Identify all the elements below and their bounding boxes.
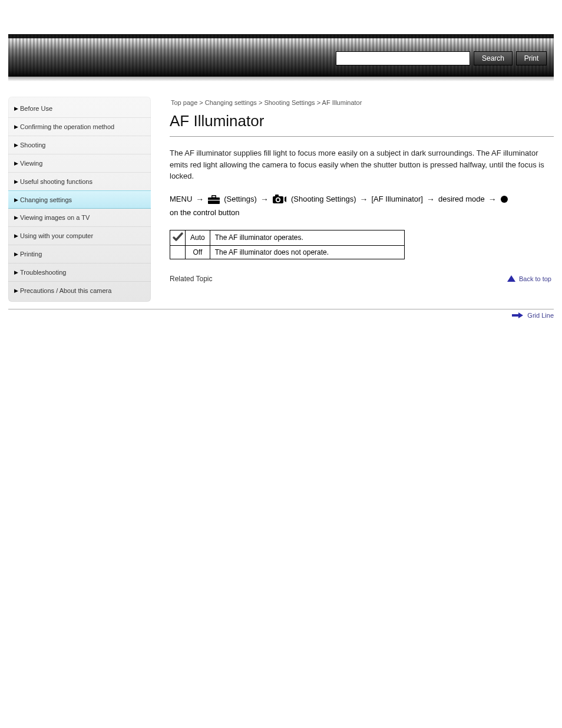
sidebar-item-label: Precautions / About this camera [20,287,111,294]
next-page-link[interactable]: Grid Line [527,312,554,319]
option-row-auto: Auto The AF illuminator operates. [170,230,405,245]
svg-rect-5 [275,195,279,197]
sidebar-item-shooting[interactable]: ▶ Shooting [8,136,151,154]
svg-rect-2 [213,196,216,197]
arrow-right-icon: → [196,195,204,204]
back-to-top-label: Back to top [519,275,551,282]
options-table: Auto The AF illuminator operates. Off Th… [170,230,405,259]
camera-settings-icon [272,194,287,205]
option-description: The AF illuminator operates. [210,230,404,245]
menu-path: MENU → (Settings) → [170,194,554,217]
triangle-up-icon [507,275,515,282]
path-step-item: [AF Illuminator] [372,195,423,203]
option-label: Off [186,245,210,259]
path-step-shooting-settings: (Shooting Settings) [291,195,356,203]
sidebar-nav: ▶ Before Use ▶ Confirming the operation … [8,97,151,302]
sidebar-item-label: Troubleshooting [20,269,66,276]
control-button-center-icon [500,195,508,203]
sidebar-item-precautions[interactable]: ▶ Precautions / About this camera [8,281,151,299]
chevron-right-icon: ▶ [14,106,20,111]
sidebar-item-printing[interactable]: ▶ Printing [8,245,151,263]
title-divider [170,136,554,137]
sidebar-item-using-computer[interactable]: ▶ Using with your computer [8,226,151,245]
sidebar-item-label: Printing [20,251,42,258]
sidebar-item-before-use[interactable]: ▶ Before Use [8,99,151,117]
sidebar-item-label: Shooting [20,141,45,149]
arrow-right-icon [512,312,524,318]
sidebar-item-label: Useful shooting functions [20,178,92,185]
arrow-right-icon: → [260,195,269,204]
sidebar-item-label: Viewing [20,160,42,167]
header-bar: Search Print [8,34,554,77]
chevron-right-icon: ▶ [14,288,20,294]
print-button[interactable]: Print [516,51,547,65]
svg-rect-3 [208,200,220,200]
chevron-right-icon: ▶ [14,269,20,275]
arrow-right-icon: → [488,195,497,204]
breadcrumb[interactable]: Top page > Changing settings > Shooting … [171,99,554,106]
path-step-menu: MENU [170,195,192,203]
sidebar-item-label: Using with your computer [20,232,93,239]
intro-paragraph: The AF illuminator supplies fill light t… [170,147,547,182]
sidebar-item-troubleshooting[interactable]: ▶ Troubleshooting [8,263,151,281]
option-default-icon [170,230,186,245]
settings-toolbox-icon [207,194,220,205]
chevron-right-icon: ▶ [14,215,20,220]
search-input[interactable] [336,51,470,65]
path-step-settings: (Settings) [224,195,257,203]
sidebar-item-viewing-on-tv[interactable]: ▶ Viewing images on a TV [8,208,151,226]
back-to-top-link[interactable]: Back to top [507,275,551,282]
sidebar-item-label: Confirming the operation method [20,123,114,130]
path-step-control-button: on the control button [170,208,240,217]
svg-rect-0 [208,197,220,204]
option-default-empty [170,245,186,259]
chevron-right-icon: ▶ [14,251,20,257]
search-button[interactable]: Search [474,51,513,65]
related-topic-heading[interactable]: Related Topic [170,275,213,283]
svg-point-7 [277,198,280,201]
chevron-right-icon: ▶ [14,142,20,148]
page-title: AF Illuminator [170,112,554,130]
chevron-right-icon: ▶ [14,160,20,166]
option-description: The AF illuminator does not operate. [210,245,404,259]
sidebar-item-useful-functions[interactable]: ▶ Useful shooting functions [8,172,151,190]
sidebar-item-label: Before Use [20,105,52,112]
chevron-right-icon: ▶ [14,124,20,130]
bottom-nav: Grid Line [8,309,554,319]
header-controls: Search Print [336,51,547,65]
path-step-desired-mode: desired mode [438,195,485,203]
chevron-right-icon: ▶ [14,233,20,239]
sidebar-item-label: Viewing images on a TV [20,214,90,221]
arrow-right-icon: → [427,195,435,204]
main-content: Top page > Changing settings > Shooting … [151,97,554,302]
option-label: Auto [186,230,210,245]
sidebar-item-viewing[interactable]: ▶ Viewing [8,154,151,172]
sidebar-item-label: Changing settings [20,196,72,203]
sidebar-item-confirming-operation[interactable]: ▶ Confirming the operation method [8,117,151,136]
svg-point-8 [501,196,508,203]
option-row-off: Off The AF illuminator does not operate. [170,245,405,259]
chevron-right-icon: ▶ [14,197,20,203]
chevron-right-icon: ▶ [14,179,20,185]
sidebar-item-changing-settings[interactable]: ▶ Changing settings [8,190,151,209]
arrow-right-icon: → [360,195,368,204]
